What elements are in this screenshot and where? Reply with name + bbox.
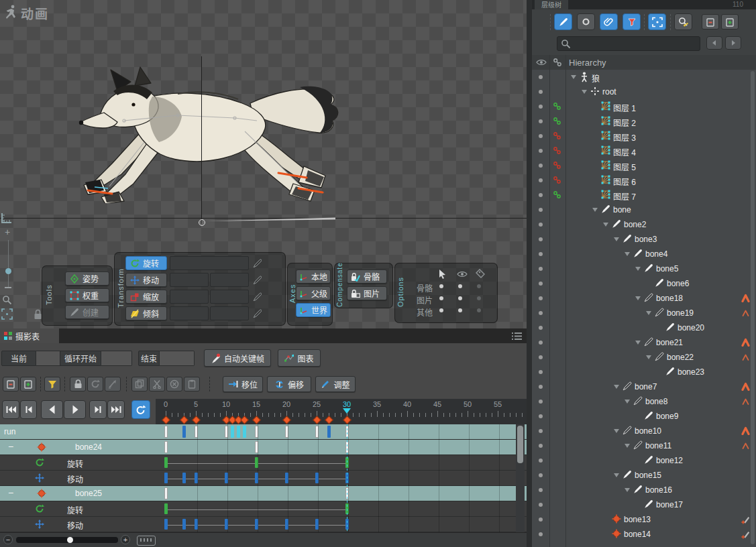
visibility-dot[interactable]	[539, 90, 543, 94]
tree-expander[interactable]	[625, 488, 630, 492]
root-bone[interactable]	[204, 217, 338, 224]
next-key-button[interactable]	[89, 400, 107, 419]
keyframe[interactable]	[164, 503, 168, 514]
visibility-dot[interactable]	[539, 414, 543, 418]
ik-constraint-icon[interactable]	[741, 353, 751, 361]
ruler-keyframe[interactable]	[192, 416, 201, 424]
axes-local-button[interactable]: 本地	[296, 269, 331, 284]
tree-expander[interactable]	[582, 90, 587, 94]
tab-hierarchy[interactable]: 层级树	[535, 0, 568, 9]
rotate-value-field[interactable]	[170, 256, 249, 270]
fit-view-icon[interactable]	[1, 308, 13, 320]
prev-key-button[interactable]	[20, 400, 37, 419]
keyframe[interactable]	[164, 487, 168, 499]
visibility-dot[interactable]	[539, 518, 543, 522]
play-forward-button[interactable]	[64, 400, 86, 419]
cycle-button[interactable]	[87, 377, 103, 391]
shift-button[interactable]: 移位	[223, 376, 263, 392]
link-green-icon[interactable]	[553, 190, 561, 199]
visibility-dot[interactable]	[539, 223, 543, 227]
filter-button[interactable]	[44, 377, 60, 391]
tree-collapse-button[interactable]	[702, 14, 719, 29]
tree-expander[interactable]	[592, 208, 598, 212]
visibility-dot[interactable]	[539, 252, 543, 256]
keyframe[interactable]	[164, 519, 168, 530]
tab-dopesheet[interactable]: 摄影表	[0, 328, 59, 343]
tree-expander[interactable]	[635, 267, 641, 271]
track-row-run[interactable]: run	[0, 424, 527, 440]
zoom-out-icon[interactable]	[5, 287, 11, 288]
circle-tool-button[interactable]	[577, 13, 595, 30]
ik-constraint-icon[interactable]	[741, 426, 751, 435]
ruler-keyframe[interactable]	[252, 416, 261, 424]
search-input[interactable]	[557, 36, 700, 51]
visibility-dot[interactable]	[539, 355, 543, 359]
shear-x-field[interactable]	[170, 306, 209, 320]
zoom-slider-thumb[interactable]	[5, 268, 11, 274]
options-dot[interactable]	[458, 284, 462, 288]
scale-key-icon[interactable]	[253, 292, 262, 301]
zoom-in-icon[interactable]: +	[5, 229, 12, 236]
visibility-dot[interactable]	[539, 119, 543, 123]
visibility-dot[interactable]	[539, 267, 543, 271]
keyframe[interactable]	[164, 457, 168, 468]
translate-key-icon[interactable]	[253, 276, 262, 284]
tree-expander[interactable]	[625, 400, 630, 404]
track-row-旋转[interactable]: 旋转	[0, 455, 527, 471]
options-dot[interactable]	[477, 308, 481, 312]
keyframe[interactable]	[164, 441, 168, 453]
track-collapse-toggle[interactable]: −	[8, 441, 13, 452]
ruler-keyframe[interactable]	[180, 416, 188, 424]
panel-menu-icon[interactable]	[512, 332, 523, 341]
visibility-dot[interactable]	[539, 473, 543, 477]
link-red-icon[interactable]	[553, 131, 561, 140]
tree-expander[interactable]	[625, 444, 630, 448]
tracks-scrollbar-thumb[interactable]	[517, 426, 523, 463]
track-row-bone25[interactable]: −bone25	[0, 486, 527, 501]
visibility-dot[interactable]	[539, 532, 543, 536]
visibility-dot[interactable]	[539, 296, 543, 300]
shear-y-field[interactable]	[210, 306, 249, 320]
tree-expander[interactable]	[635, 341, 641, 345]
translate-button[interactable]: 移动	[125, 273, 167, 287]
playhead-marker[interactable]	[343, 408, 351, 414]
origin-marker[interactable]	[199, 219, 205, 226]
keyframe[interactable]	[231, 426, 234, 438]
zoom-slider-track[interactable]	[8, 240, 9, 288]
play-backward-button[interactable]	[41, 400, 63, 419]
search-prev-button[interactable]	[706, 36, 722, 50]
options-dot[interactable]	[477, 284, 481, 288]
loop-start-field[interactable]	[101, 351, 132, 366]
timeline-zoom-in-button[interactable]: +	[121, 535, 130, 544]
visibility-dot[interactable]	[539, 164, 543, 168]
timeline-ruler[interactable]: 0510152025303540455055	[156, 399, 527, 424]
ruler-keyframe[interactable]	[240, 416, 249, 424]
wolf-artwork[interactable]	[77, 59, 342, 203]
link-column-icon[interactable]	[553, 58, 562, 67]
timeline-zoom-thumb[interactable]	[67, 537, 73, 543]
lock-button[interactable]	[70, 377, 86, 391]
ruler-keyframe[interactable]	[325, 416, 333, 424]
select-tool-button[interactable]	[554, 13, 572, 30]
visibility-dot[interactable]	[539, 75, 543, 79]
visibility-dot[interactable]	[539, 444, 543, 448]
ruler-keyframe[interactable]	[282, 416, 291, 424]
adjust-button[interactable]: 调整	[315, 376, 356, 392]
link-green-icon[interactable]	[553, 102, 561, 111]
ik-constraint-icon[interactable]	[741, 382, 751, 391]
loop-button[interactable]	[131, 400, 150, 419]
axes-world-button[interactable]: 世界	[296, 303, 331, 317]
collapse-all-button[interactable]	[3, 377, 19, 391]
weights-tool-button[interactable]: 权重	[65, 288, 109, 302]
visibility-column-icon[interactable]	[536, 58, 547, 66]
keyframe[interactable]	[182, 426, 186, 438]
keyframe[interactable]	[182, 473, 186, 483]
options-dot[interactable]	[458, 308, 462, 312]
first-frame-button[interactable]	[2, 400, 19, 419]
rotate-button[interactable]: 旋转	[125, 256, 167, 270]
ruler-keyframe[interactable]	[162, 416, 170, 424]
link-red-icon[interactable]	[553, 161, 561, 170]
transform-constraint-icon[interactable]	[741, 515, 751, 524]
create-tool-button[interactable]: 创建	[65, 305, 109, 319]
visibility-dot[interactable]	[539, 459, 543, 463]
